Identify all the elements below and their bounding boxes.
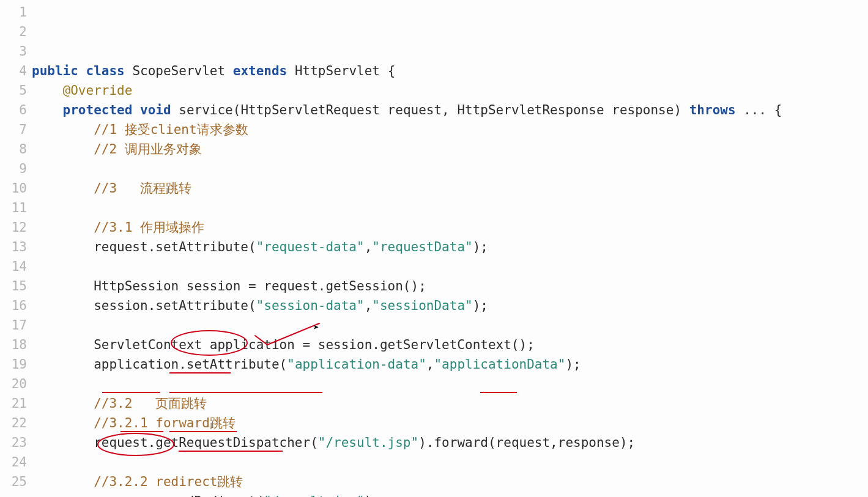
token-plain: HttpSession session = request.getSession… <box>32 279 426 293</box>
token-comment: //3.2.1 forward跳转 <box>94 416 236 430</box>
token-comment: //3 流程跳转 <box>94 181 191 196</box>
line-number: 16 <box>0 296 27 315</box>
token-plain <box>287 64 295 78</box>
code-line: ServletContext application = session.get… <box>32 335 868 355</box>
code-line: //3 流程跳转 <box>32 179 868 198</box>
line-number: 6 <box>0 100 27 120</box>
code-line: request.getRequestDispatcher("/result.js… <box>32 433 868 452</box>
token-plain: , <box>426 357 434 372</box>
token-plain: { <box>766 103 782 117</box>
line-number: 17 <box>0 315 27 335</box>
token-plain <box>125 64 133 78</box>
code-line <box>32 315 868 335</box>
code-line <box>32 374 868 394</box>
token-plain <box>32 142 94 156</box>
line-number: 23 <box>0 433 27 452</box>
token-kw: void <box>140 103 171 117</box>
line-number: 9 <box>0 159 27 179</box>
token-kw: extends <box>233 64 287 78</box>
token-str: "applicationData" <box>434 357 565 372</box>
token-plain <box>32 103 63 117</box>
code-area: public class ScopeServlet extends HttpSe… <box>32 2 868 497</box>
line-number: 14 <box>0 257 27 276</box>
token-plain: response.sendRedirect( <box>32 494 264 497</box>
token-comment: //3.1 作用域操作 <box>94 220 204 235</box>
token-plain <box>32 396 94 411</box>
token-classname: ScopeServlet <box>132 64 225 78</box>
code-line: response.sendRedirect("/result.jsp"); <box>32 491 868 497</box>
line-number: 10 <box>0 179 27 198</box>
code-line: request.setAttribute("request-data","req… <box>32 237 868 257</box>
code-line: HttpSession session = request.getSession… <box>32 276 868 296</box>
token-kw: throws <box>689 103 736 117</box>
line-number: 2 <box>0 22 27 42</box>
token-plain: request.setAttribute( <box>32 240 256 254</box>
token-plain <box>32 122 94 137</box>
token-plain <box>32 220 94 235</box>
token-plain <box>736 103 744 117</box>
line-number: 22 <box>0 413 27 433</box>
token-plain <box>132 103 140 117</box>
token-plain: { <box>380 64 395 78</box>
code-line <box>32 198 868 218</box>
token-str: "/result.jsp" <box>264 494 364 497</box>
line-number: 8 <box>0 139 27 159</box>
line-number: 1 <box>0 2 27 22</box>
code-editor: 1234567891011121314151617181920212223242… <box>0 0 868 497</box>
line-number: 18 <box>0 335 27 355</box>
token-plain <box>32 416 94 430</box>
code-line: //1 接受client请求参数 <box>32 120 868 139</box>
token-comment: //3.2 页面跳转 <box>94 396 207 411</box>
token-plain: request.getRequestDispatcher( <box>32 435 318 450</box>
code-line: //3.2.2 redirect跳转 <box>32 472 868 491</box>
line-number: 11 <box>0 198 27 218</box>
line-number: 15 <box>0 276 27 296</box>
token-str: "request-data" <box>256 240 365 254</box>
code-line: //3.1 作用域操作 <box>32 218 868 237</box>
token-ann: @Override <box>63 83 133 98</box>
line-number-gutter: 1234567891011121314151617181920212223242… <box>0 2 32 497</box>
line-number: 12 <box>0 218 27 237</box>
token-str: "/result.jsp" <box>318 435 418 450</box>
token-plain: ).forward(request,response); <box>418 435 635 450</box>
token-comment: //3.2.2 redirect跳转 <box>94 474 243 489</box>
token-plain: service(HttpServletRequest request, Http… <box>171 103 689 117</box>
line-number: 24 <box>0 452 27 472</box>
token-plain <box>32 83 63 98</box>
code-line <box>32 452 868 472</box>
code-line <box>32 159 868 179</box>
line-number: 7 <box>0 120 27 139</box>
token-plain: ); <box>473 298 488 313</box>
code-line: //2 调用业务对象 <box>32 139 868 159</box>
token-kw: public <box>32 64 78 78</box>
token-plain <box>225 64 233 78</box>
token-comment: //1 接受client请求参数 <box>94 122 248 137</box>
token-str: "session-data" <box>256 298 365 313</box>
line-number: 4 <box>0 61 27 81</box>
token-str: "requestData" <box>372 240 472 254</box>
token-plain: ); <box>365 494 380 497</box>
line-number: 13 <box>0 237 27 257</box>
token-plain: application.setAttribute( <box>32 357 287 372</box>
token-comment: //2 调用业务对象 <box>94 142 202 156</box>
token-plain: ); <box>473 240 488 254</box>
code-line: //3.2 页面跳转 <box>32 394 868 413</box>
line-number: 21 <box>0 394 27 413</box>
code-line: application.setAttribute("application-da… <box>32 355 868 374</box>
token-kw: class <box>86 64 125 78</box>
token-plain <box>32 181 94 196</box>
token-plain <box>78 64 86 78</box>
token-plain: ); <box>565 357 581 372</box>
token-plain: , <box>365 298 373 313</box>
token-str: "sessionData" <box>372 298 472 313</box>
line-number: 5 <box>0 81 27 100</box>
token-classname: HttpServlet <box>295 64 380 78</box>
line-number: 3 <box>0 42 27 61</box>
token-kw: protected <box>63 103 133 117</box>
code-line: protected void service(HttpServletReques… <box>32 100 868 120</box>
code-line: //3.2.1 forward跳转 <box>32 413 868 433</box>
code-line: @Override <box>32 81 868 100</box>
line-number: 19 <box>0 355 27 374</box>
code-line: public class ScopeServlet extends HttpSe… <box>32 61 868 81</box>
line-number: 20 <box>0 374 27 394</box>
